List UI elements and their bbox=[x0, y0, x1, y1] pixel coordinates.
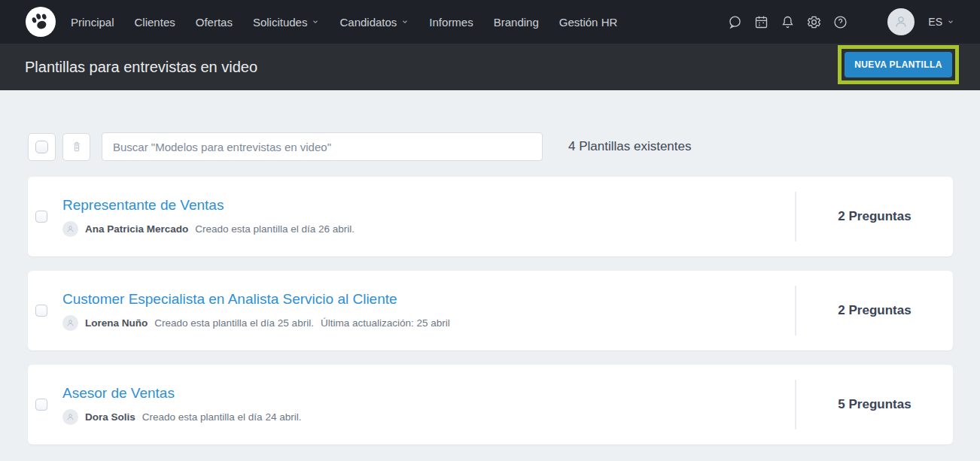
new-template-button[interactable]: NUEVA PLANTILLA bbox=[845, 52, 952, 77]
nav-item-ofertas[interactable]: Ofertas bbox=[196, 16, 233, 29]
language-code: ES bbox=[928, 16, 942, 28]
nav-item-branding[interactable]: Branding bbox=[494, 16, 539, 29]
select-all-checkbox-button[interactable] bbox=[28, 133, 56, 161]
nav-item-gestion-hr[interactable]: Gestión HR bbox=[559, 16, 618, 29]
template-author: Dora Solis bbox=[85, 411, 135, 423]
chevron-down-icon bbox=[401, 18, 409, 26]
template-checkbox[interactable] bbox=[35, 211, 47, 223]
navbar-actions: ES bbox=[717, 8, 954, 35]
calendar-icon[interactable] bbox=[753, 14, 769, 30]
chevron-down-icon bbox=[947, 18, 954, 26]
template-card: Asesor de Ventas Dora Solis Creado esta … bbox=[28, 365, 953, 444]
help-icon[interactable] bbox=[832, 14, 848, 30]
template-card: Customer Especialista en Analista Servic… bbox=[28, 271, 953, 350]
bell-icon[interactable] bbox=[779, 14, 796, 30]
nav-item-solicitudes[interactable]: Solicitudes bbox=[253, 16, 320, 29]
template-author: Ana Patricia Mercado bbox=[85, 223, 188, 235]
list-toolbar: 4 Plantillas existentes bbox=[28, 132, 953, 161]
questions-count: 5 Preguntas bbox=[796, 397, 953, 412]
trash-icon bbox=[70, 140, 84, 153]
nav-item-principal[interactable]: Principal bbox=[71, 16, 114, 29]
select-all-checkbox[interactable] bbox=[35, 141, 48, 153]
chevron-down-icon bbox=[312, 18, 319, 26]
author-avatar bbox=[62, 315, 78, 331]
annotation-highlight-box: NUEVA PLANTILLA bbox=[838, 45, 959, 84]
template-card: Representante de Ventas Ana Patricia Mer… bbox=[28, 177, 953, 256]
chat-icon[interactable] bbox=[726, 14, 743, 30]
gear-icon[interactable] bbox=[805, 14, 822, 30]
template-checkbox[interactable] bbox=[35, 399, 47, 411]
page-header: Plantillas para entrevistas en video NUE… bbox=[0, 44, 980, 90]
template-title-link[interactable]: Asesor de Ventas bbox=[62, 385, 175, 402]
delete-button[interactable] bbox=[62, 133, 90, 161]
nav-item-informes[interactable]: Informes bbox=[429, 16, 473, 29]
top-navbar: Principal Clientes Ofertas Solicitudes C… bbox=[0, 0, 980, 44]
template-updated: Última actualización: 25 abril bbox=[321, 317, 450, 329]
template-created: Creado esta plantilla el día 25 abril. bbox=[154, 317, 314, 329]
language-selector[interactable]: ES bbox=[928, 16, 954, 28]
paw-logo[interactable] bbox=[26, 7, 56, 37]
template-created: Creado esta plantilla el día 26 abril. bbox=[195, 223, 355, 235]
templates-count: 4 Plantillas existentes bbox=[568, 139, 691, 154]
main-nav: Principal Clientes Ofertas Solicitudes C… bbox=[71, 16, 617, 29]
questions-count: 2 Preguntas bbox=[796, 209, 953, 224]
template-author: Lorena Nuño bbox=[85, 317, 148, 329]
nav-item-candidatos[interactable]: Candidatos bbox=[339, 16, 409, 29]
author-avatar bbox=[62, 221, 78, 237]
author-avatar bbox=[62, 409, 78, 425]
content-area: 4 Plantillas existentes Representante de… bbox=[0, 90, 980, 444]
user-avatar[interactable] bbox=[887, 8, 915, 35]
search-input[interactable] bbox=[102, 132, 543, 161]
template-created: Creado esta plantilla el día 24 abril. bbox=[142, 411, 302, 423]
template-title-link[interactable]: Customer Especialista en Analista Servic… bbox=[62, 291, 397, 308]
nav-item-clientes[interactable]: Clientes bbox=[135, 16, 175, 29]
questions-count: 2 Preguntas bbox=[796, 303, 953, 318]
template-checkbox[interactable] bbox=[35, 305, 47, 317]
template-title-link[interactable]: Representante de Ventas bbox=[62, 197, 224, 214]
page-title: Plantillas para entrevistas en video bbox=[25, 59, 257, 76]
